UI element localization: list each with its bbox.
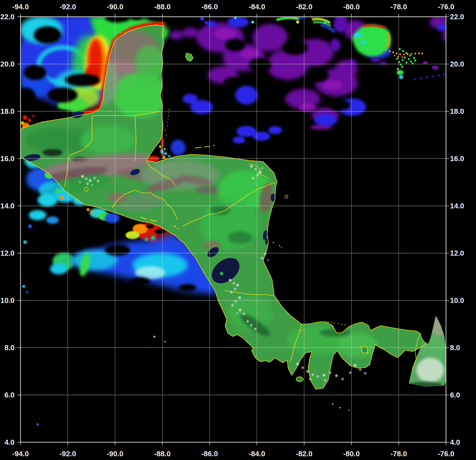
lat-label-left: 8.0 [5,344,15,352]
lat-label-right: 12.0 [450,249,464,257]
isolated-data-speck [36,423,39,426]
map-figure: -94.0-94.0-92.0-92.0-90.0-90.0-88.0-88.0… [0,0,476,460]
lat-label-right: 4.0 [450,438,460,446]
lat-label-left: 16.0 [1,155,15,163]
lat-label-left: 12.0 [1,249,15,257]
lat-label-left: 10.0 [1,296,15,304]
ometepe-island [220,272,223,275]
lat-label-right: 14.0 [450,202,464,210]
lon-label-bottom: -90.0 [107,450,123,458]
isla-del-rey [362,346,368,353]
lat-label-right: 18.0 [450,107,464,115]
lon-label-bottom: -78.0 [390,450,407,458]
lon-label-top: -90.0 [107,3,123,11]
coiba-island [296,377,303,382]
lat-label-left: 6.0 [5,391,15,399]
lon-label-top: -88.0 [154,3,171,11]
map-canvas: -94.0-94.0-92.0-92.0-90.0-90.0-88.0-88.0… [0,0,476,460]
lon-label-bottom: -88.0 [154,450,171,458]
lon-label-bottom: -76.0 [438,450,454,458]
lon-label-bottom: -80.0 [343,450,360,458]
lat-label-right: 10.0 [450,296,464,304]
lon-label-top: -78.0 [390,3,407,11]
lon-label-bottom: -82.0 [296,450,312,458]
lat-label-left: 22.0 [1,13,15,21]
lat-label-right: 22.0 [450,13,464,21]
lat-label-left: 14.0 [1,202,15,210]
lon-label-top: -80.0 [343,3,360,11]
lon-label-top: -84.0 [249,3,265,11]
lon-label-top: -92.0 [60,3,76,11]
lat-label-right: 8.0 [450,344,460,352]
lon-label-top: -94.0 [12,3,29,11]
lat-label-right: 20.0 [450,60,464,68]
lat-label-right: 6.0 [450,391,460,399]
lat-label-left: 18.0 [1,107,15,115]
lon-label-top: -76.0 [438,3,454,11]
lon-label-top: -86.0 [201,3,218,11]
lon-label-bottom: -94.0 [12,450,29,458]
lat-label-left: 4.0 [5,438,15,446]
lat-label-left: 20.0 [1,60,15,68]
lon-label-bottom: -92.0 [60,450,76,458]
lon-label-bottom: -86.0 [201,450,218,458]
lon-label-top: -82.0 [296,3,312,11]
lat-label-right: 16.0 [450,155,464,163]
lon-label-bottom: -84.0 [249,450,265,458]
